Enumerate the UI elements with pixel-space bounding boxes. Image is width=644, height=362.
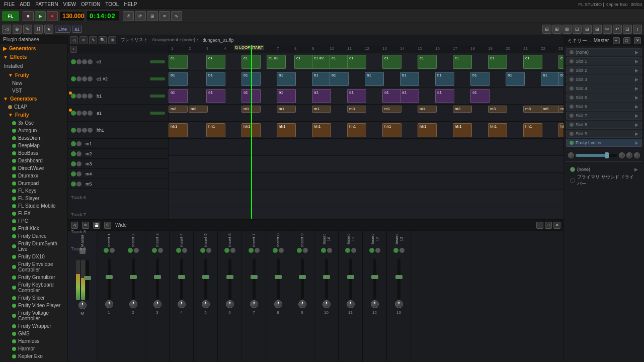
- fx-knob-2[interactable]: [619, 152, 625, 158]
- pan-knob-7[interactable]: [250, 300, 258, 308]
- plugin-harmless[interactable]: Harmless: [0, 337, 67, 345]
- arr-tb-back[interactable]: ◁: [70, 36, 78, 44]
- channel-name-1[interactable]: Insert 1: [107, 232, 111, 247]
- track-label-1[interactable]: c1: [68, 53, 168, 70]
- clip-4-8[interactable]: m1: [418, 106, 437, 113]
- plugin-drumaxx[interactable]: Drumaxx: [0, 172, 67, 179]
- track5-gray-btn[interactable]: [76, 128, 82, 133]
- sidebar-item-new[interactable]: New: [0, 79, 67, 87]
- clip-4-7[interactable]: m1: [382, 106, 401, 113]
- fader-track-13[interactable]: [397, 259, 400, 299]
- fx-fader-handle[interactable]: [605, 152, 609, 158]
- clip-2-13[interactable]: b1: [558, 72, 564, 86]
- channel-name-11[interactable]: Insert 11: [346, 232, 355, 247]
- ch-green-8[interactable]: [273, 248, 278, 253]
- plugin-fruity-dance[interactable]: Fruity Dance: [0, 232, 67, 240]
- master-fader-track[interactable]: [86, 260, 89, 300]
- fader-track-5[interactable]: [204, 259, 207, 299]
- track1-gray-btn2[interactable]: [82, 59, 87, 64]
- clip-5-11[interactable]: hh1: [523, 123, 542, 137]
- menu-option[interactable]: OPTION: [79, 1, 102, 8]
- plugin-flex[interactable]: FLEX: [0, 210, 67, 217]
- master-pan-knob[interactable]: [78, 301, 87, 309]
- tb2-btn-1[interactable]: ◁: [2, 25, 11, 34]
- track2-gray-btn[interactable]: [76, 76, 82, 81]
- clip-1-2[interactable]: c1: [206, 55, 225, 69]
- plugin-fpc[interactable]: FPC: [0, 217, 67, 225]
- ch-gray-12[interactable]: [375, 248, 380, 253]
- trackm3-green-btn[interactable]: [71, 161, 76, 166]
- clip-4-11[interactable]: m5: [523, 106, 542, 113]
- fx-slot-5[interactable]: Slot 5 ▶: [566, 94, 642, 102]
- track2-gray-btn3[interactable]: [88, 76, 93, 81]
- plugin-beepmap[interactable]: BeepMap: [0, 142, 67, 149]
- track-label-m1[interactable]: m1: [68, 139, 168, 149]
- ch-gray-4[interactable]: [182, 248, 187, 253]
- master-fader-handle[interactable]: [84, 276, 91, 280]
- fader-handle-9[interactable]: [299, 275, 306, 279]
- fx-slot-3[interactable]: Slot 3 ▶: [566, 75, 642, 83]
- fader-handle-10[interactable]: [323, 275, 330, 279]
- ch-green-12[interactable]: [369, 248, 374, 253]
- view-btn-6[interactable]: ⊞: [593, 25, 602, 34]
- fx-knob-4[interactable]: [634, 152, 640, 158]
- track3-green-btn[interactable]: [71, 94, 76, 99]
- clip-2-2[interactable]: b1: [206, 72, 225, 86]
- toolbar-btn-3[interactable]: ⊞: [147, 11, 158, 21]
- plugin-gms[interactable]: GMS: [0, 330, 67, 337]
- fader-handle-1[interactable]: [106, 275, 113, 279]
- clip-3-9[interactable]: a1: [435, 89, 454, 103]
- clip-1-5[interactable]: c1: [294, 55, 313, 69]
- clip-5-9[interactable]: hh1: [453, 123, 472, 137]
- ch-gray-13[interactable]: [399, 248, 405, 253]
- tb2-btn-3[interactable]: ✎: [23, 25, 32, 34]
- track-row-9[interactable]: [169, 190, 564, 207]
- clip-3-1[interactable]: a1: [169, 89, 188, 103]
- plugin-fruity-slicer[interactable]: Fruity Slicer: [0, 294, 67, 302]
- plugin-drumpad[interactable]: Drumpad: [0, 179, 67, 187]
- plugin-directwave[interactable]: DirectWave: [0, 164, 67, 172]
- sidebar-fruity-gen-category[interactable]: ▼ Fruity: [0, 111, 67, 119]
- fader-handle-5[interactable]: [202, 275, 209, 279]
- menu-help[interactable]: HELP: [122, 1, 139, 8]
- clip-4-9[interactable]: m3: [453, 106, 472, 113]
- track-add-btn[interactable]: +: [70, 46, 77, 53]
- clip-4-4[interactable]: m1: [277, 106, 296, 113]
- plugin-fl-slayer[interactable]: FL Slayer: [0, 195, 67, 202]
- view-btn-5[interactable]: ⊟: [583, 25, 592, 34]
- fx-slot-6[interactable]: Slot 6 ▶: [566, 103, 642, 111]
- clip-4-1[interactable]: m2: [169, 106, 188, 113]
- track-row-6[interactable]: [169, 139, 564, 156]
- clip-1-13[interactable]: c1: [523, 55, 542, 69]
- clip-5-8[interactable]: hh1: [418, 123, 437, 137]
- pan-knob-6[interactable]: [226, 300, 234, 308]
- channel-name-12[interactable]: Insert 12: [370, 232, 379, 247]
- pan-knob-1[interactable]: [105, 300, 113, 308]
- ch-green-10[interactable]: [321, 248, 326, 253]
- clip-3-2[interactable]: a1: [206, 89, 225, 103]
- clip-5-7[interactable]: hh1: [382, 123, 401, 137]
- mode-selector[interactable]: Line: [55, 26, 70, 33]
- plugin-3xosc[interactable]: 3x Osc: [0, 119, 67, 127]
- fx-slot-8[interactable]: Slot 8 ▶: [566, 121, 642, 129]
- clip-2-8[interactable]: b1: [400, 72, 419, 86]
- plugin-dashboard[interactable]: Dashboard: [0, 157, 67, 164]
- snap-selector[interactable]: a1: [72, 26, 82, 33]
- ch-green-6[interactable]: [224, 248, 229, 253]
- fx-slot-1[interactable]: Slot 1 ▶: [566, 57, 642, 65]
- menu-file[interactable]: FILE: [2, 1, 17, 8]
- view-btn-7[interactable]: ✂: [603, 25, 612, 34]
- clip-4-10[interactable]: m3: [488, 106, 507, 113]
- pan-knob-2[interactable]: [129, 300, 137, 308]
- menu-tool[interactable]: TOOL: [103, 1, 121, 8]
- track5-gray-btn2[interactable]: [82, 128, 87, 133]
- plugin-fruity-dx10[interactable]: Fruity DX10: [0, 253, 67, 260]
- fx-close-btn[interactable]: ✕: [634, 37, 641, 44]
- sidebar-effects-category[interactable]: ▼ Effects: [0, 53, 67, 61]
- fader-track-10[interactable]: [325, 259, 328, 299]
- mixer-min-btn[interactable]: −: [536, 222, 543, 229]
- track3-gray-btn[interactable]: [76, 94, 82, 99]
- channel-name-4[interactable]: Insert 4: [179, 232, 184, 247]
- clip-1-14[interactable]: c1: [558, 55, 564, 69]
- clip-2-9[interactable]: b1: [435, 72, 454, 86]
